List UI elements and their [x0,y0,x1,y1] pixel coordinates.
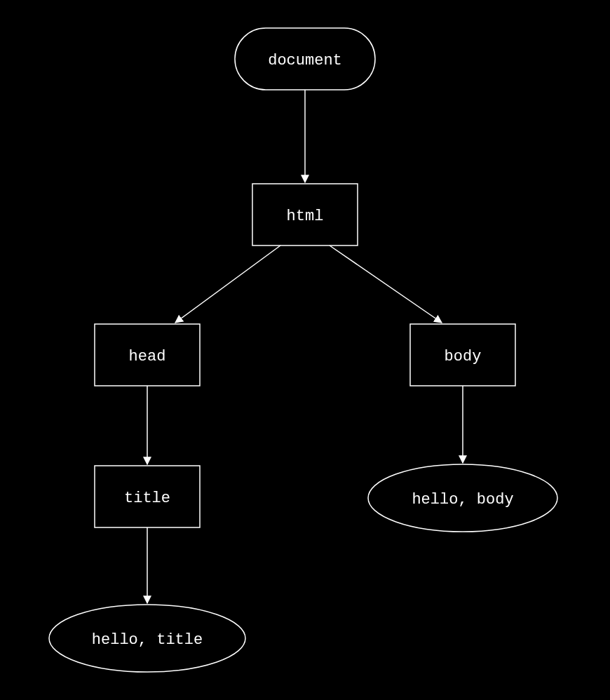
node-text-title-label: hello, title [92,631,203,649]
node-html-label: html [287,208,324,225]
edge-html-body [330,245,442,323]
edges [147,90,463,603]
edge-html-head [175,245,280,323]
node-body-label: body [445,348,482,365]
node-title-label: title [124,490,170,507]
dom-tree-diagram: document html head body title hello, bod… [0,0,610,700]
node-html: html [252,184,358,245]
node-head: head [95,324,200,386]
node-document-label: document [268,52,342,69]
node-title: title [95,466,200,527]
node-text-body: hello, body [368,464,557,532]
node-text-body-label: hello, body [412,491,513,509]
node-body: body [410,324,515,386]
node-text-title: hello, title [49,605,245,672]
node-document: document [235,28,375,90]
node-head-label: head [129,348,166,365]
